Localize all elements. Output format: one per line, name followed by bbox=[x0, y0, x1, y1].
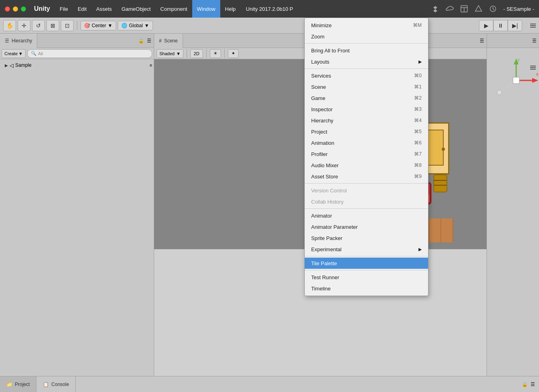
dropdown-item-timeline[interactable]: Timeline bbox=[305, 283, 428, 294]
dropdown-item-layouts[interactable]: Layouts▶ bbox=[305, 56, 428, 67]
svg-text:x: x bbox=[536, 72, 539, 76]
dropdown-item-scene[interactable]: Scene⌘1 bbox=[305, 81, 428, 92]
dropdown-item-asset-store[interactable]: Asset Store⌘9 bbox=[305, 171, 428, 182]
hierarchy-menu-icon[interactable]: ☰ bbox=[146, 38, 152, 44]
dropdown-item-tile-palette[interactable]: Tile Palette bbox=[305, 258, 428, 269]
menu-file[interactable]: File bbox=[55, 0, 73, 18]
shading-dropdown[interactable]: Shaded ▼ bbox=[157, 49, 183, 58]
dropdown-item-label-inspector: Inspector bbox=[311, 106, 332, 112]
hierarchy-create-button[interactable]: Create ▼ bbox=[2, 49, 26, 58]
dropdown-item-minimize[interactable]: Minimize⌘M bbox=[305, 20, 428, 31]
project-tab[interactable]: 📁 Project bbox=[0, 376, 36, 392]
drive-icon[interactable] bbox=[473, 3, 484, 14]
barrel-ring-1 bbox=[434, 180, 446, 181]
tool-separator-1 bbox=[77, 21, 77, 30]
right-lines-icon[interactable] bbox=[530, 66, 536, 70]
menu-unity[interactable]: Unity bbox=[29, 0, 55, 18]
global-dropdown[interactable]: 🌐 Global ▼ bbox=[118, 21, 153, 30]
dropdown-item-animator[interactable]: Animator bbox=[305, 210, 428, 221]
dropdown-item-game[interactable]: Game⌘2 bbox=[305, 92, 428, 104]
rect-tool[interactable]: ⊡ bbox=[61, 20, 74, 31]
scene-tab-label: Scene bbox=[164, 38, 178, 44]
menu-gameobject[interactable]: GameObject bbox=[117, 0, 155, 18]
dropdown-item-label-sprite-packer: Sprite Packer bbox=[311, 235, 342, 241]
dropdown-item-label-asset-store: Asset Store bbox=[311, 174, 338, 180]
menu-edit[interactable]: Edit bbox=[73, 0, 91, 18]
play-button[interactable]: ▶ bbox=[479, 20, 493, 31]
creative-cloud-icon[interactable] bbox=[444, 3, 455, 14]
window-menu-dropdown[interactable]: Minimize⌘MZoomBring All to FrontLayouts▶… bbox=[304, 18, 428, 296]
dropdown-item-label-test-runner: Test Runner bbox=[311, 274, 339, 280]
right-menu-icon[interactable]: ☰ bbox=[531, 38, 537, 44]
bottom-menu-icon[interactable]: ☰ bbox=[529, 381, 536, 388]
window-layout-icon[interactable] bbox=[459, 3, 470, 14]
dropdown-arrow-experimental: ▶ bbox=[418, 247, 422, 252]
dropdown-item-services[interactable]: Services⌘0 bbox=[305, 70, 428, 81]
dropdown-separator bbox=[305, 43, 428, 44]
dropbox-icon[interactable] bbox=[430, 3, 441, 14]
barrel-ring-2 bbox=[434, 185, 446, 186]
menu-help[interactable]: Help bbox=[220, 0, 241, 18]
layout-lines-icon[interactable] bbox=[530, 24, 536, 28]
dropdown-item-label-project: Project bbox=[311, 129, 327, 135]
hierarchy-lock-icon[interactable]: 🔒 bbox=[138, 38, 144, 44]
console-tab[interactable]: 📋 Console bbox=[36, 376, 76, 392]
fx-button[interactable]: ✦ bbox=[228, 49, 239, 58]
maximize-button[interactable] bbox=[21, 6, 26, 12]
svg-point-11 bbox=[497, 90, 502, 95]
history-icon[interactable] bbox=[487, 3, 499, 14]
lights-button[interactable]: ☀ bbox=[210, 49, 221, 58]
scene-sep-3 bbox=[224, 49, 225, 58]
menu-assets[interactable]: Assets bbox=[91, 0, 117, 18]
dropdown-separator bbox=[305, 208, 428, 209]
dropdown-item-label-version-control: Version Control bbox=[311, 188, 347, 194]
global-icon: 🌐 bbox=[121, 23, 127, 28]
hierarchy-tab[interactable]: ☰ Hierarchy bbox=[0, 34, 37, 48]
dropdown-item-label-animator-param: Animator Parameter bbox=[311, 224, 358, 230]
dropdown-separator bbox=[305, 68, 428, 69]
dropdown-item-zoom[interactable]: Zoom bbox=[305, 31, 428, 42]
dropdown-item-hierarchy[interactable]: Hierarchy⌘4 bbox=[305, 115, 428, 126]
menu-component[interactable]: Component bbox=[155, 0, 192, 18]
dropdown-shortcut-scene: ⌘1 bbox=[414, 84, 422, 90]
hierarchy-panel: ☰ Hierarchy 🔒 ☰ Create ▼ 🔍 All ▶ ◁ Sampl… bbox=[0, 34, 154, 376]
hand-tool[interactable]: ✋ bbox=[3, 20, 16, 31]
dropdown-item-profiler[interactable]: Profiler⌘7 bbox=[305, 148, 428, 160]
minimize-button[interactable] bbox=[13, 6, 18, 12]
scene-menu-icon[interactable]: ☰ bbox=[479, 38, 485, 44]
hierarchy-item-sample[interactable]: ▶ ◁ Sample ≡ bbox=[2, 61, 152, 70]
rotate-tool[interactable]: ↺ bbox=[32, 20, 45, 31]
dropdown-item-experimental[interactable]: Experimental▶ bbox=[305, 244, 428, 255]
scene-tab[interactable]: # Scene bbox=[154, 34, 183, 48]
bottom-lock-icon[interactable]: 🔒 bbox=[521, 381, 528, 388]
dropdown-item-animation[interactable]: Animation⌘6 bbox=[305, 137, 428, 148]
dropdown-separator bbox=[305, 270, 428, 270]
dropdown-item-label-layouts: Layouts bbox=[311, 59, 330, 65]
center-dropdown[interactable]: 🎯 Center ▼ bbox=[80, 21, 116, 30]
main-layout: ☰ Hierarchy 🔒 ☰ Create ▼ 🔍 All ▶ ◁ Sampl… bbox=[0, 34, 539, 376]
hierarchy-search[interactable]: 🔍 All bbox=[27, 49, 152, 58]
sample-menu[interactable]: ≡ bbox=[150, 63, 152, 68]
dropdown-shortcut-minimize: ⌘M bbox=[413, 22, 422, 28]
dropdown-shortcut-services: ⌘0 bbox=[414, 73, 422, 78]
dropdown-item-label-timeline: Timeline bbox=[311, 286, 331, 292]
move-tool[interactable]: ✛ bbox=[18, 20, 30, 31]
close-button[interactable] bbox=[5, 6, 10, 12]
scale-tool[interactable]: ⊠ bbox=[46, 20, 59, 31]
dropdown-item-test-runner[interactable]: Test Runner bbox=[305, 272, 428, 283]
pause-button[interactable]: ⏸ bbox=[493, 20, 508, 31]
dropdown-item-label-profiler: Profiler bbox=[311, 151, 328, 157]
svg-marker-9 bbox=[532, 78, 538, 83]
dropdown-item-project[interactable]: Project⌘5 bbox=[305, 126, 428, 137]
center-label: Center bbox=[92, 23, 106, 28]
2d-button[interactable]: 2D bbox=[190, 49, 203, 58]
dropdown-item-audio-mixer[interactable]: Audio Mixer⌘8 bbox=[305, 160, 428, 171]
dropdown-item-animator-param[interactable]: Animator Parameter bbox=[305, 221, 428, 232]
dropdown-item-bring-all[interactable]: Bring All to Front bbox=[305, 45, 428, 56]
menu-window[interactable]: Window bbox=[192, 0, 220, 18]
dropdown-item-inspector[interactable]: Inspector⌘3 bbox=[305, 104, 428, 115]
dropdown-item-sprite-packer[interactable]: Sprite Packer bbox=[305, 232, 428, 244]
right-tab-bar: ☰ bbox=[487, 34, 539, 48]
dropdown-shortcut-game: ⌘2 bbox=[414, 95, 422, 101]
step-button[interactable]: ▶| bbox=[508, 20, 522, 31]
